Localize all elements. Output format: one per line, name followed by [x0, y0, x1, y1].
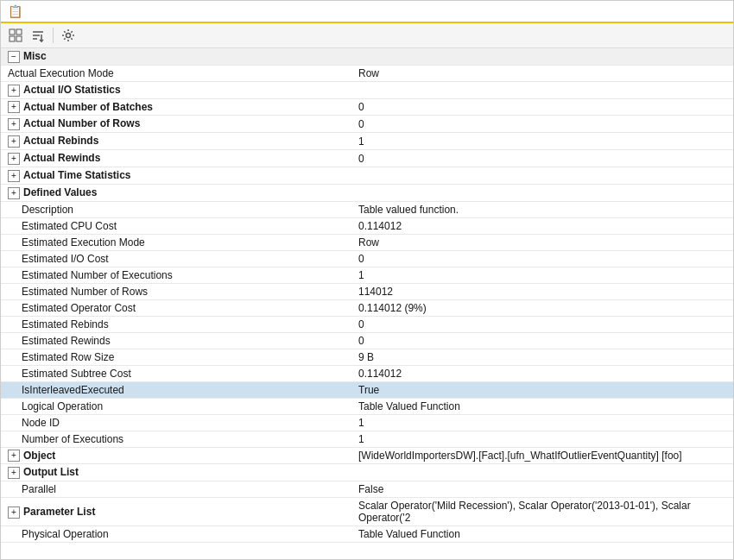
row-label: Defined Values — [23, 186, 97, 198]
properties-panel: −MiscActual Execution ModeRow+Actual I/O… — [1, 48, 733, 559]
svg-rect-0 — [9, 29, 15, 35]
table-row: +Parameter ListScalar Operator('Mild Rec… — [1, 498, 733, 526]
table-row: +Actual I/O Statistics — [1, 81, 733, 98]
row-label: Estimated Row Size — [22, 351, 114, 363]
table-row: Physical OperationTable Valued Function — [1, 526, 733, 543]
main-window: 📋 — [0, 0, 734, 560]
expand-row-icon[interactable]: + — [8, 187, 20, 199]
row-label: IsInterleavedExecuted — [22, 384, 124, 396]
table-row: Estimated CPU Cost0.114012 — [1, 217, 733, 234]
row-label: Estimated Rewinds — [22, 335, 111, 347]
table-row: DescriptionTable valued function. — [1, 201, 733, 217]
expand-row-icon[interactable]: + — [8, 467, 20, 479]
row-value: 1 — [355, 414, 733, 431]
svg-rect-2 — [9, 36, 15, 41]
row-label: Output List — [23, 466, 79, 478]
expand-row-icon[interactable]: + — [8, 135, 20, 148]
table-row: Estimated Operator Cost0.114012 (9%) — [1, 299, 733, 316]
row-value: 0 — [355, 150, 733, 167]
table-row: +Actual Rewinds0 — [1, 150, 733, 167]
table-row: Estimated Subtree Cost0.114012 — [1, 365, 733, 381]
expand-row-icon[interactable]: + — [8, 153, 20, 165]
row-value: 114012 — [355, 283, 733, 299]
expand-row-icon[interactable]: + — [8, 118, 20, 130]
title-bar: 📋 — [1, 1, 733, 23]
row-value — [355, 81, 733, 98]
row-label: Parameter List — [23, 506, 95, 518]
row-value: Table Valued Function — [355, 398, 733, 414]
grid-icon — [9, 28, 22, 42]
row-label: Actual Execution Mode — [8, 67, 114, 79]
row-value: Row — [355, 65, 733, 81]
row-value: 0 — [355, 98, 733, 116]
expand-row-icon[interactable]: + — [8, 170, 20, 182]
svg-rect-1 — [16, 29, 22, 35]
table-row: Estimated Rebinds0 — [1, 316, 733, 332]
row-label: Actual Number of Batches — [23, 101, 153, 113]
row-value: 0.114012 — [355, 217, 733, 234]
row-label: Actual Rewinds — [23, 152, 100, 164]
toolbar-sort-button[interactable] — [28, 26, 47, 45]
expand-misc-icon[interactable]: − — [8, 51, 20, 63]
toolbar-settings-button[interactable] — [59, 26, 78, 45]
row-label: Description — [22, 204, 73, 216]
table-row: +Actual Number of Batches0 — [1, 98, 733, 116]
table-row: +Defined Values — [1, 184, 733, 201]
table-row: Actual Execution ModeRow — [1, 65, 733, 81]
row-label: Actual Time Statistics — [23, 169, 131, 181]
svg-rect-3 — [16, 36, 22, 41]
row-value: 9 B — [355, 349, 733, 365]
row-value — [355, 464, 733, 481]
row-value: Table valued function. — [355, 201, 733, 217]
row-label: Physical Operation — [22, 528, 109, 540]
expand-row-icon[interactable]: + — [8, 101, 20, 113]
row-value — [355, 184, 733, 201]
row-label: Estimated CPU Cost — [22, 220, 117, 232]
sort-icon — [31, 28, 45, 42]
row-label: Estimated Number of Executions — [22, 269, 173, 281]
toolbar-separator — [53, 28, 54, 43]
expand-row-icon[interactable]: + — [8, 450, 20, 462]
row-label: Estimated Number of Rows — [22, 286, 148, 298]
row-label: Number of Executions — [22, 433, 123, 445]
section-misc[interactable]: −Misc — [1, 48, 733, 65]
row-label: Actual I/O Statistics — [23, 84, 121, 96]
table-row: Estimated Row Size9 B — [1, 349, 733, 365]
table-row: +Actual Rebinds1 — [1, 133, 733, 150]
row-label: Estimated Execution Mode — [22, 236, 145, 249]
table-row: Estimated I/O Cost0 — [1, 250, 733, 267]
row-value: 0 — [355, 332, 733, 349]
row-value: 0 — [355, 316, 733, 332]
row-value: Row — [355, 234, 733, 250]
table-row: Estimated Rewinds0 — [1, 332, 733, 349]
row-value: 0.114012 — [355, 365, 733, 381]
row-label: Node ID — [22, 417, 60, 429]
row-label: Estimated Operator Cost — [22, 302, 136, 314]
row-value: 1 — [355, 267, 733, 283]
properties-table: −MiscActual Execution ModeRow+Actual I/O… — [1, 48, 733, 543]
row-label: Object — [23, 450, 55, 462]
row-label: Estimated I/O Cost — [22, 253, 109, 265]
toolbar-grid-button[interactable] — [6, 26, 25, 45]
row-label: Estimated Subtree Cost — [22, 368, 131, 380]
title-bar-left: 📋 — [8, 4, 28, 18]
table-row: Logical OperationTable Valued Function — [1, 398, 733, 414]
expand-row-icon[interactable]: + — [8, 507, 20, 519]
table-row: +Output List — [1, 464, 733, 481]
table-row: Node ID1 — [1, 414, 733, 431]
table-row: Estimated Number of Rows114012 — [1, 283, 733, 299]
row-value: Scalar Operator('Mild Recession'), Scala… — [355, 498, 733, 526]
row-label: Parallel — [22, 483, 56, 495]
settings-icon — [61, 28, 75, 42]
row-label: Actual Rebinds — [23, 135, 98, 147]
row-value: True — [355, 381, 733, 398]
table-row: +Actual Time Statistics — [1, 167, 733, 184]
expand-row-icon[interactable]: + — [8, 85, 20, 97]
svg-point-7 — [66, 34, 71, 38]
row-value: 1 — [355, 133, 733, 150]
table-row: +Actual Number of Rows0 — [1, 116, 733, 133]
row-value: [WideWorldImportersDW].[Fact].[ufn_WhatI… — [355, 447, 733, 464]
table-row: Number of Executions1 — [1, 431, 733, 447]
row-value: 0 — [355, 250, 733, 267]
row-value: 0 — [355, 116, 733, 133]
